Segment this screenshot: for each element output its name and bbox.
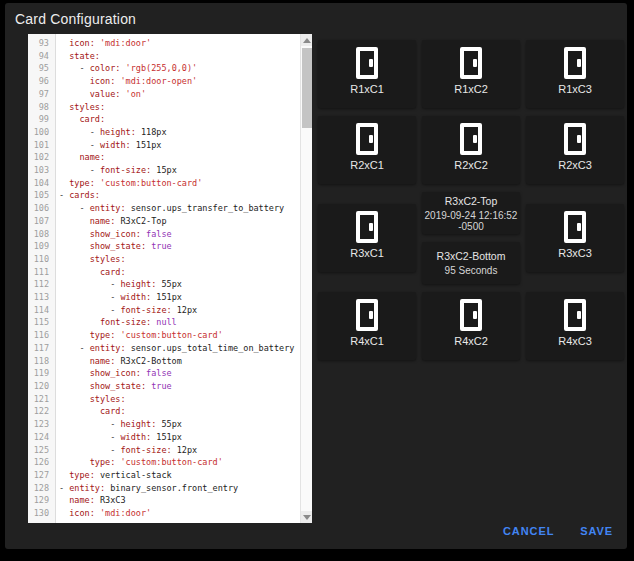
save-button[interactable]: SAVE — [574, 521, 619, 541]
preview-card-r3xc3[interactable]: R3xC3 — [526, 204, 624, 272]
code-line: 129 name: R3xC3 — [28, 494, 300, 507]
code-token: 'on' — [126, 89, 146, 99]
code-token — [59, 267, 100, 277]
line-number: 130 — [28, 507, 55, 520]
code-token: height: — [120, 419, 156, 429]
preview-cell: R4xC1 — [318, 292, 416, 360]
preview-card-r4xc2[interactable]: R4xC2 — [422, 292, 520, 360]
code-token: 151px — [156, 432, 182, 442]
card-state: 95 Seconds — [422, 265, 520, 276]
code-token: R3xC2-Top — [120, 216, 166, 226]
code-token: - — [110, 279, 120, 289]
code-token: show_state: — [90, 241, 146, 251]
code-text: font-size: null — [55, 316, 177, 329]
line-number: 104 — [28, 177, 55, 190]
code-token: 'mdi:door' — [100, 508, 151, 518]
code-text: card: — [55, 266, 126, 279]
code-line: 119 show_icon: false — [28, 367, 300, 380]
preview-card-r2xc3[interactable]: R2xC3 — [526, 116, 624, 184]
preview-card-r2xc2[interactable]: R2xC2 — [422, 116, 520, 184]
preview-card-r1xc2[interactable]: R1xC2 — [422, 40, 520, 108]
code-token: font-size: — [100, 165, 151, 175]
code-text: name: R3xC2-Top — [55, 215, 167, 228]
line-number: 122 — [28, 405, 55, 418]
code-text: card: — [55, 113, 105, 126]
editor-scrollbar[interactable] — [300, 34, 312, 523]
code-text: styles: — [55, 393, 126, 406]
code-token: entity: — [69, 483, 105, 493]
preview-card-r3xc1[interactable]: R3xC1 — [318, 204, 416, 272]
line-number: 118 — [28, 355, 55, 368]
scroll-up-icon[interactable] — [301, 34, 312, 46]
code-token: 151px — [156, 292, 182, 302]
code-token — [59, 279, 110, 289]
preview-card-r3xc2-bottom[interactable]: R3xC2-Bottom95 Seconds — [422, 242, 520, 284]
code-text: - height: 55px — [55, 418, 182, 431]
code-line: 105- cards: — [28, 189, 300, 202]
code-text: - width: 151px — [55, 431, 182, 444]
code-token: 'custom:button-card' — [120, 457, 222, 467]
cancel-button[interactable]: CANCEL — [497, 521, 560, 541]
code-token: type: — [90, 330, 116, 340]
code-line: 101 - width: 151px — [28, 139, 300, 152]
preview-card-r2xc1[interactable]: R2xC1 — [318, 116, 416, 184]
code-text: card: — [55, 405, 126, 418]
code-text: icon: 'mdi:door' — [55, 507, 151, 520]
code-line: 120 show_state: true — [28, 380, 300, 393]
code-token — [59, 203, 79, 213]
code-token: card: — [79, 114, 105, 124]
code-token: name: — [69, 495, 95, 505]
code-line: 106 - entity: sensor.ups_transfer_to_bat… — [28, 202, 300, 215]
code-token: binary_sensor.front_entry — [110, 483, 238, 493]
preview-card-r3xc2-top[interactable]: R3xC2-Top2019-09-24 12:16:52 -0500 — [422, 192, 520, 234]
code-token: card: — [100, 267, 126, 277]
code-token: type: — [69, 470, 95, 480]
code-line: 111 card: — [28, 266, 300, 279]
code-token — [59, 51, 69, 61]
code-token: 'mdi:door' — [100, 38, 151, 48]
code-token — [59, 216, 90, 226]
code-token — [59, 165, 90, 175]
preview-cell: R2xC1 — [318, 116, 416, 184]
code-line: 130 icon: 'mdi:door' — [28, 507, 300, 520]
preview-card-r4xc3[interactable]: R4xC3 — [526, 292, 624, 360]
code-line: 117 - entity: sensor.ups_total_time_on_b… — [28, 342, 300, 355]
code-token — [59, 330, 90, 340]
code-token: - — [59, 483, 69, 493]
code-token — [59, 178, 69, 188]
line-number: 105 — [28, 189, 55, 202]
card-preview-grid: R1xC1R1xC2R1xC3R2xC1R2xC2R2xC3R3xC1R3xC2… — [318, 40, 624, 360]
code-token: styles: — [69, 102, 105, 112]
code-line: 121 styles: — [28, 393, 300, 406]
door-icon — [460, 123, 482, 155]
line-number: 121 — [28, 393, 55, 406]
code-token — [59, 508, 69, 518]
code-token: name: — [90, 216, 116, 226]
code-text: - height: 118px — [55, 126, 167, 139]
scroll-down-icon[interactable] — [301, 511, 312, 523]
code-text: - font-size: 15px — [55, 164, 177, 177]
code-token: R3xC3 — [100, 495, 126, 505]
yaml-editor[interactable]: 93 icon: 'mdi:door'94 state:95 - color: … — [28, 34, 312, 523]
code-token: - — [110, 419, 120, 429]
code-line: 98 styles: — [28, 101, 300, 114]
preview-card-r4xc1[interactable]: R4xC1 — [318, 292, 416, 360]
code-token — [59, 76, 90, 86]
line-number: 107 — [28, 215, 55, 228]
code-token — [59, 102, 69, 112]
code-token — [59, 140, 90, 150]
line-number: 113 — [28, 291, 55, 304]
card-label: R2xC3 — [526, 159, 624, 171]
preview-card-r1xc3[interactable]: R1xC3 — [526, 40, 624, 108]
code-token: 'custom:button-card' — [120, 330, 222, 340]
code-line: 114 - font-size: 12px — [28, 304, 300, 317]
door-icon — [564, 123, 586, 155]
scrollbar-thumb[interactable] — [302, 48, 312, 128]
code-token — [59, 368, 90, 378]
code-token: show_icon: — [90, 368, 141, 378]
preview-card-r1xc1[interactable]: R1xC1 — [318, 40, 416, 108]
code-line: 113 - width: 151px — [28, 291, 300, 304]
line-number: 108 — [28, 228, 55, 241]
line-number: 93 — [28, 37, 55, 50]
code-token: sensor.ups_total_time_on_battery — [131, 343, 295, 353]
